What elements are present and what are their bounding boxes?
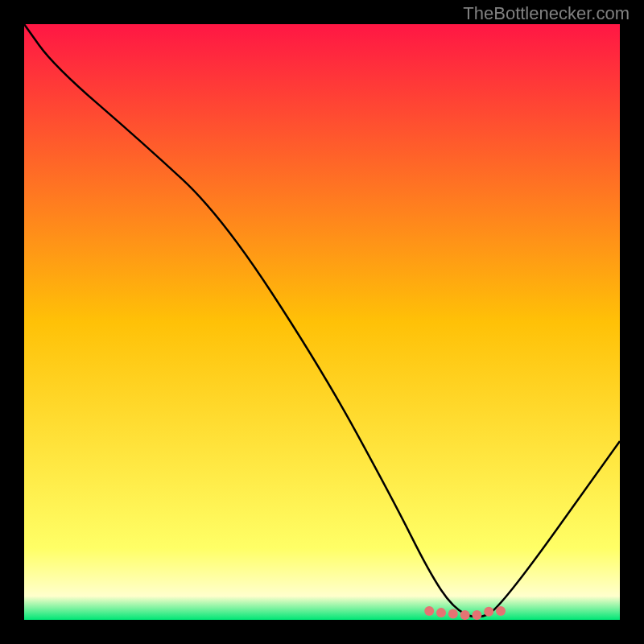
chart-container: TheBottlenecker.com bbox=[0, 0, 644, 644]
marker-point bbox=[448, 609, 458, 619]
chart-svg bbox=[24, 24, 620, 620]
gradient-background bbox=[24, 24, 620, 620]
marker-point bbox=[472, 610, 481, 620]
plot-area bbox=[24, 24, 620, 620]
marker-point bbox=[484, 607, 493, 617]
marker-point bbox=[424, 606, 434, 616]
marker-point bbox=[460, 610, 470, 620]
marker-point bbox=[436, 608, 446, 617]
marker-point bbox=[496, 606, 506, 616]
watermark: TheBottlenecker.com bbox=[463, 3, 630, 24]
